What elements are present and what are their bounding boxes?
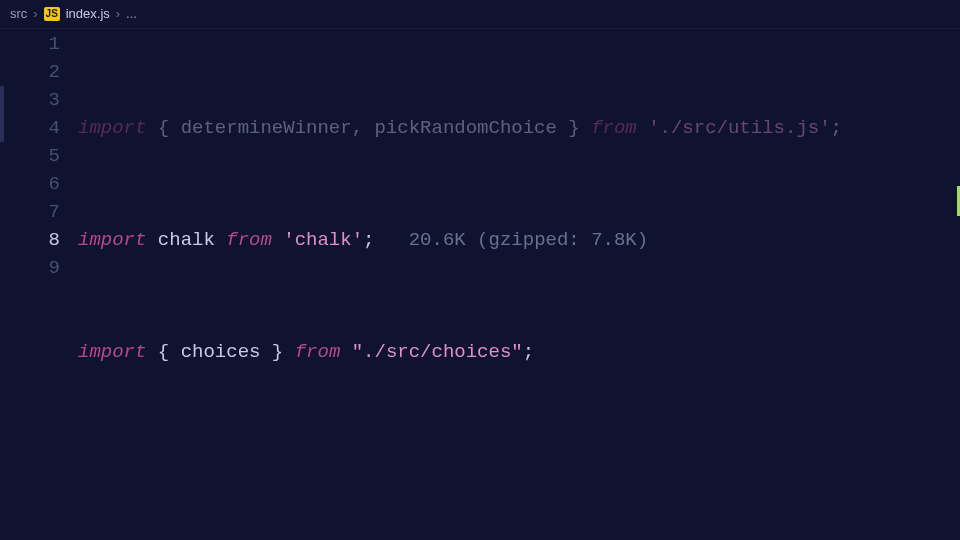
line-number[interactable]: 1 [0,30,78,58]
keyword-import: import [78,117,146,139]
code-line[interactable]: import { choices } from "./src/choices"; [78,338,960,366]
code-editor[interactable]: 1 2 3 4 5 6 7 8 9 import { determineWinn… [0,28,960,540]
breadcrumb[interactable]: src › JS index.js › ... [0,0,960,28]
line-number[interactable]: 9 [0,254,78,282]
line-number[interactable]: 7 [0,198,78,226]
line-number[interactable]: 8 [0,226,78,254]
keyword-import: import [78,341,146,363]
breadcrumb-file[interactable]: index.js [66,6,110,21]
line-number[interactable]: 3 [0,86,78,114]
keyword-from: from [591,117,637,139]
keyword-import: import [78,229,146,251]
keyword-from: from [295,341,341,363]
keyword-from: from [226,229,272,251]
line-number[interactable]: 2 [0,58,78,86]
code-line[interactable]: import chalk from 'chalk'; 20.6K (gzippe… [78,226,960,254]
js-icon: JS [44,7,60,21]
import-size-hint: 20.6K (gzipped: 7.8K) [375,229,649,251]
code-line[interactable] [78,450,960,478]
fold-marker [0,86,4,142]
code-line[interactable]: import { determineWinner, pickRandomChoi… [78,114,960,142]
line-number[interactable]: 6 [0,170,78,198]
breadcrumb-folder[interactable]: src [10,6,27,21]
line-number[interactable]: 4 [0,114,78,142]
line-number[interactable]: 5 [0,142,78,170]
chevron-right-icon: › [33,6,37,21]
code-area[interactable]: import { determineWinner, pickRandomChoi… [78,28,960,540]
line-gutter[interactable]: 1 2 3 4 5 6 7 8 9 [0,28,78,540]
chevron-right-icon: › [116,6,120,21]
breadcrumb-tail[interactable]: ... [126,6,137,21]
divider [0,28,960,29]
